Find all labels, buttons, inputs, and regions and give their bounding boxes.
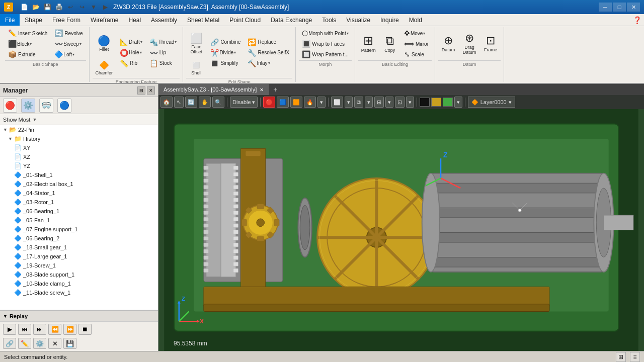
morph-point-btn[interactable]: ⬡ Morph with Point ▾ (299, 28, 352, 38)
maximize-btn[interactable]: □ (613, 3, 626, 12)
menu-shape[interactable]: Shape (20, 14, 47, 26)
tree-root[interactable]: ▼ 📂 22-Pin (0, 125, 158, 134)
tree-blade-screw[interactable]: 🔷 _11-Blade screw_1 (0, 288, 158, 297)
face-offset-btn[interactable]: ⬜ FaceOffset (186, 28, 206, 59)
vp-disable-btn[interactable]: Disable ▾ (230, 97, 258, 108)
vp-rotate-btn[interactable]: 🔄 (185, 97, 197, 108)
redo-btn[interactable]: ↪ (77, 2, 87, 12)
tree-smallgear1[interactable]: 🔷 _18-Small gear_1 (0, 243, 158, 252)
wrap-pattern-btn[interactable]: 🔲 Wrap Pattern t... (299, 49, 352, 59)
scale-btn[interactable]: ⤡ Scale (401, 49, 432, 59)
move-btn[interactable]: ✥ Move ▾ (401, 28, 432, 38)
menu-file[interactable]: File (0, 14, 20, 26)
menu-pointcloud[interactable]: Point Cloud (224, 14, 266, 26)
vp-layer-btn[interactable]: 🔶 Layer0000 ▾ (468, 97, 515, 108)
undo-btn[interactable]: ↩ (65, 2, 75, 12)
sweep-btn[interactable]: 〰️ Sweep ▾ (51, 39, 86, 49)
menu-sheetmetal[interactable]: Sheet Metal (182, 14, 224, 26)
mirror-btn[interactable]: ⟺ Mirror (401, 39, 432, 49)
tree-largegear1[interactable]: 🔷 _17-Large gear_1 (0, 252, 158, 261)
menu-freeform[interactable]: Free Form (47, 14, 86, 26)
lip-btn[interactable]: 〰️ Lip (146, 48, 180, 58)
tree-screw1[interactable]: 🔷 _19-Screw_1 (0, 261, 158, 270)
simplify-btn[interactable]: ◼️ Simplify (207, 58, 244, 68)
resolve-selfix-btn[interactable]: 🔧 Resolve SelfX (245, 48, 292, 58)
replay-tool-save[interactable]: 💾 (63, 338, 76, 349)
close-btn[interactable]: ✕ (627, 3, 640, 12)
tree-yz[interactable]: 📄 YZ (0, 161, 158, 170)
print-btn[interactable]: 🖨️ (54, 2, 64, 12)
panel-icon-sketch[interactable]: 🥽 (39, 99, 53, 113)
menu-tools[interactable]: Tools (317, 14, 341, 26)
vp-color-green[interactable] (443, 98, 453, 107)
replace-btn[interactable]: 🔁 Replace (245, 37, 292, 47)
viewport[interactable]: AssemblySaw.Z3 - [00-SawAssembly] ✕ + 🏠 … (158, 84, 644, 351)
root-expand[interactable]: ▼ (3, 127, 9, 132)
vp-color2-btn[interactable]: 🟧 (290, 97, 302, 108)
tree-elec1[interactable]: 🔷 _02-Electrical box_1 (0, 179, 158, 189)
menu-visualize[interactable]: Visualize (341, 14, 375, 26)
history-expand[interactable]: ▼ (8, 136, 14, 141)
tree-blade-support[interactable]: 🔷 _08-Blade support_1 (0, 270, 158, 279)
extrude-btn[interactable]: 📦 Extrude (5, 49, 50, 59)
replay-tool-cancel[interactable]: ✕ (48, 338, 61, 349)
fillet-btn[interactable]: 🔵 Fillet (93, 28, 116, 59)
panel-float-btn[interactable]: ⊟ (137, 86, 145, 95)
combine-btn[interactable]: 🔗 Combine (207, 37, 244, 47)
replay-fast-back-btn[interactable]: ⏪ (48, 324, 61, 335)
save-btn[interactable]: 💾 (42, 2, 52, 12)
tree-bearing2[interactable]: 🔷 _06-Bearing_2 (0, 234, 158, 243)
hole-btn[interactable]: ⭕ Hole ▾ (117, 48, 145, 58)
replay-tool-1[interactable]: 🔗 (3, 338, 16, 349)
vp-color-black[interactable] (420, 98, 430, 107)
rib-btn[interactable]: 📏 Rib (117, 58, 145, 68)
datum-btn[interactable]: ⊕ Datum (438, 28, 458, 59)
tree-bearing1[interactable]: 🔷 _06-Bearing_1 (0, 207, 158, 216)
panel-icon-part[interactable]: 🔴 (3, 99, 17, 113)
revolve-btn[interactable]: 🔄 Revolve (51, 28, 86, 38)
vp-view-btn4[interactable]: ▾ (365, 97, 373, 108)
shell-btn[interactable]: ◻️ Shell (186, 60, 206, 77)
tree-rotor1[interactable]: 🔷 _03-Rotor_1 (0, 198, 158, 207)
vp-cursor-btn[interactable]: ↖ (174, 97, 184, 108)
tree-xz[interactable]: 📄 XZ (0, 152, 158, 161)
panel-close-btn[interactable]: ✕ (147, 86, 155, 95)
menu-heal[interactable]: Heal (123, 14, 146, 26)
run-btn[interactable]: ▶ (100, 2, 110, 12)
insert-sketch-btn[interactable]: ✏️ Insert Sketch (5, 28, 50, 38)
vp-home-btn[interactable]: 🏠 (160, 97, 173, 108)
stock-btn[interactable]: 📋 Stock (146, 58, 180, 68)
panel-icon-assembly[interactable]: ⚙️ (21, 99, 35, 113)
tree-shell1[interactable]: 🔷 _01-Shell_1 (0, 170, 158, 179)
new-btn[interactable]: 📄 (19, 2, 29, 12)
pattern-btn[interactable]: ⊞ Pattern (358, 28, 379, 59)
tree-blade-clamp[interactable]: 🔷 _10-Blade clamp_1 (0, 279, 158, 288)
replay-tool-3[interactable]: ⚙️ (33, 338, 46, 349)
tree-fan1[interactable]: 🔷 _05-Fan_1 (0, 216, 158, 225)
minimize-btn[interactable]: ─ (599, 3, 612, 12)
loft-btn[interactable]: 🔷 Loft ▾ (51, 49, 86, 59)
status-icon-1[interactable]: ⊞ (616, 352, 626, 362)
frame-btn[interactable]: ⊡ Frame (480, 28, 501, 59)
wrap-faces-btn[interactable]: 🔳 Wrap to Faces (299, 39, 352, 49)
tree-engine1[interactable]: 🔷 _07-Engine support_1 (0, 225, 158, 234)
options-btn[interactable]: ▼ (89, 2, 99, 12)
vp-color-gold[interactable] (431, 98, 441, 107)
replay-stop-btn[interactable]: ⏹ (78, 324, 92, 335)
drag-datum-btn[interactable]: ⊛ DragDatum (459, 28, 479, 59)
vp-color3-btn[interactable]: 🔥 (304, 97, 316, 108)
vp-pan-btn[interactable]: ✋ (199, 97, 211, 108)
vp-view-btn3[interactable]: ⧉ (354, 97, 363, 108)
vp-view-btn8[interactable]: ▾ (406, 97, 414, 108)
tree-area[interactable]: ▼ 📂 22-Pin ▼ 📁 History 📄 XY 📄 XZ (0, 125, 158, 310)
divide-btn[interactable]: ✂️ Divide ▾ (207, 48, 244, 58)
tab-close-icon[interactable]: ✕ (260, 87, 264, 93)
vp-color-swatch-arrow[interactable]: ▾ (454, 97, 462, 108)
vp-view-btn6[interactable]: ▾ (385, 97, 393, 108)
vp-view-btn5[interactable]: ⊞ (374, 97, 384, 108)
tree-history[interactable]: ▼ 📁 History (0, 134, 158, 143)
menu-inquire[interactable]: Inquire (375, 14, 404, 26)
vp-color1-btn[interactable]: 🟦 (277, 97, 289, 108)
help-btn[interactable]: ❓ (632, 15, 642, 25)
thread-btn[interactable]: 🔩 Thread ▾ (146, 37, 180, 47)
